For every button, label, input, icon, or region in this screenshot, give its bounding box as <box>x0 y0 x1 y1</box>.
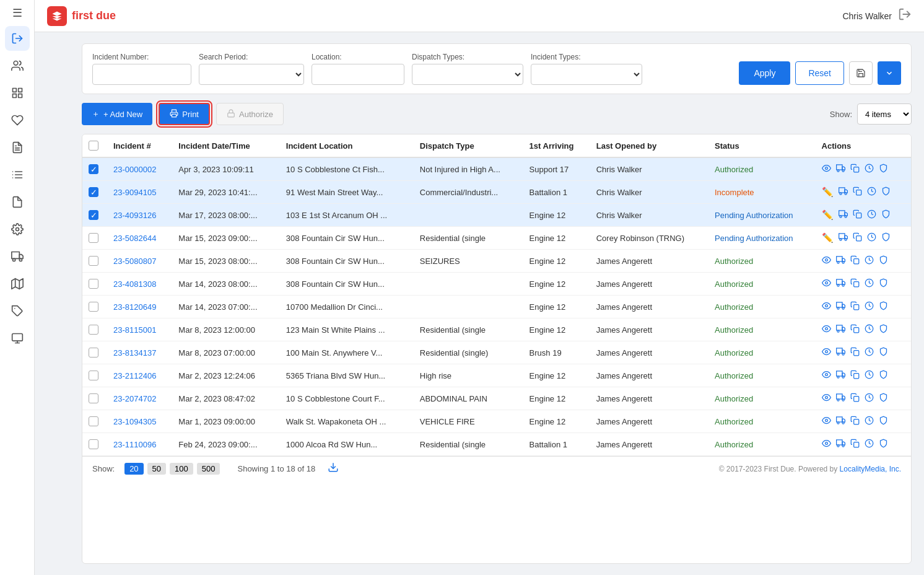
shield-action-icon[interactable] <box>879 416 888 427</box>
edit-icon[interactable]: ✏️ <box>822 232 834 244</box>
expand-filter-button[interactable] <box>878 61 901 85</box>
row-checkbox[interactable]: ✓ <box>89 187 98 197</box>
copy-action-icon[interactable] <box>850 278 860 289</box>
truck-action-icon[interactable] <box>836 324 845 335</box>
row-checkbox[interactable] <box>89 439 98 449</box>
incident-types-select[interactable] <box>531 64 642 85</box>
shield-action-icon[interactable] <box>879 164 888 175</box>
apply-button[interactable]: Apply <box>739 61 790 85</box>
sidebar-item-logout[interactable] <box>5 26 30 51</box>
view-icon[interactable] <box>822 370 831 381</box>
page-size-100[interactable]: 100 <box>170 463 193 475</box>
page-size-500[interactable]: 500 <box>197 463 220 475</box>
row-check-cell[interactable]: ✓ <box>82 204 107 227</box>
history-action-icon[interactable] <box>865 439 874 450</box>
history-action-icon[interactable] <box>865 278 874 289</box>
shield-action-icon[interactable] <box>879 255 888 266</box>
truck-action-icon[interactable] <box>836 164 845 175</box>
view-icon[interactable] <box>822 278 831 289</box>
copy-action-icon[interactable] <box>850 439 860 450</box>
search-period-select[interactable] <box>199 64 304 85</box>
history-action-icon[interactable] <box>865 255 874 266</box>
history-action-icon[interactable] <box>865 393 874 404</box>
row-check-cell[interactable] <box>82 273 107 296</box>
dispatch-types-select[interactable] <box>412 64 523 85</box>
truck-action-icon[interactable] <box>836 301 845 312</box>
sidebar-item-report[interactable] <box>5 135 30 160</box>
copy-action-icon[interactable] <box>850 416 860 427</box>
row-check-cell[interactable] <box>82 227 107 250</box>
shield-action-icon[interactable] <box>881 232 891 244</box>
row-checkbox[interactable] <box>89 233 98 243</box>
copy-action-icon[interactable] <box>853 232 862 244</box>
sidebar-item-document[interactable] <box>5 190 30 214</box>
sidebar-item-building[interactable] <box>5 326 30 351</box>
row-checkbox[interactable] <box>89 393 98 403</box>
select-all-header[interactable] <box>82 134 107 157</box>
row-check-cell[interactable] <box>82 318 107 341</box>
truck-action-icon[interactable] <box>836 255 845 266</box>
sidebar-item-map[interactable] <box>5 271 30 296</box>
row-check-cell[interactable] <box>82 341 107 364</box>
reset-button[interactable]: Reset <box>795 61 844 85</box>
sidebar-item-badge[interactable] <box>5 108 30 133</box>
history-action-icon[interactable] <box>865 301 874 312</box>
edit-icon[interactable]: ✏️ <box>822 187 834 198</box>
view-icon[interactable] <box>822 393 831 404</box>
copy-action-icon[interactable] <box>853 209 862 221</box>
row-checkbox[interactable] <box>89 371 98 380</box>
truck-action-icon[interactable] <box>836 347 845 358</box>
truck-action-icon[interactable] <box>839 187 848 198</box>
history-action-icon[interactable] <box>865 370 874 381</box>
shield-action-icon[interactable] <box>879 439 888 450</box>
truck-action-icon[interactable] <box>836 439 845 450</box>
copy-action-icon[interactable] <box>850 370 860 381</box>
sidebar-item-truck[interactable] <box>5 244 30 269</box>
sidebar-item-settings[interactable] <box>5 217 30 242</box>
row-check-cell[interactable] <box>82 387 107 410</box>
truck-action-icon[interactable] <box>836 370 845 381</box>
add-new-button[interactable]: ＋ + Add New <box>82 103 152 125</box>
history-action-icon[interactable] <box>865 324 874 335</box>
view-icon[interactable] <box>822 347 831 358</box>
shield-action-icon[interactable] <box>879 347 888 358</box>
row-checkbox[interactable] <box>89 302 98 312</box>
shield-action-icon[interactable] <box>879 393 888 404</box>
shield-action-icon[interactable] <box>879 301 888 312</box>
shield-action-icon[interactable] <box>881 209 891 221</box>
history-action-icon[interactable] <box>867 187 876 198</box>
copy-action-icon[interactable] <box>850 301 860 312</box>
row-checkbox[interactable]: ✓ <box>89 164 98 174</box>
row-checkbox[interactable]: ✓ <box>89 210 98 220</box>
row-checkbox[interactable] <box>89 416 98 426</box>
sidebar-item-people[interactable] <box>5 53 30 78</box>
print-button[interactable]: Print <box>159 103 210 125</box>
view-icon[interactable] <box>822 439 831 450</box>
shield-action-icon[interactable] <box>879 278 888 289</box>
truck-action-icon[interactable] <box>836 278 845 289</box>
location-input[interactable] <box>312 64 404 85</box>
copy-action-icon[interactable] <box>850 324 860 335</box>
row-check-cell[interactable] <box>82 296 107 318</box>
hamburger-menu[interactable]: ☰ <box>12 6 22 20</box>
truck-action-icon[interactable] <box>839 232 848 244</box>
view-icon[interactable] <box>822 301 831 312</box>
history-action-icon[interactable] <box>867 209 876 221</box>
history-action-icon[interactable] <box>865 416 874 427</box>
page-size-50[interactable]: 50 <box>147 463 166 475</box>
select-all-checkbox[interactable] <box>89 141 98 151</box>
locality-link[interactable]: LocalityMedia, Inc. <box>840 465 901 473</box>
view-icon[interactable] <box>822 164 831 175</box>
history-action-icon[interactable] <box>865 347 874 358</box>
logout-button[interactable] <box>898 7 912 24</box>
view-icon[interactable] <box>822 255 831 266</box>
table-scroll-area[interactable]: Incident # Incident Date/Time Incident L… <box>82 134 911 456</box>
row-checkbox[interactable] <box>89 256 98 266</box>
copy-action-icon[interactable] <box>853 187 862 198</box>
row-checkbox[interactable] <box>89 325 98 335</box>
row-checkbox[interactable] <box>89 279 98 289</box>
shield-action-icon[interactable] <box>879 370 888 381</box>
row-check-cell[interactable] <box>82 364 107 387</box>
truck-action-icon[interactable] <box>839 209 848 221</box>
page-size-20[interactable]: 20 <box>124 463 143 475</box>
